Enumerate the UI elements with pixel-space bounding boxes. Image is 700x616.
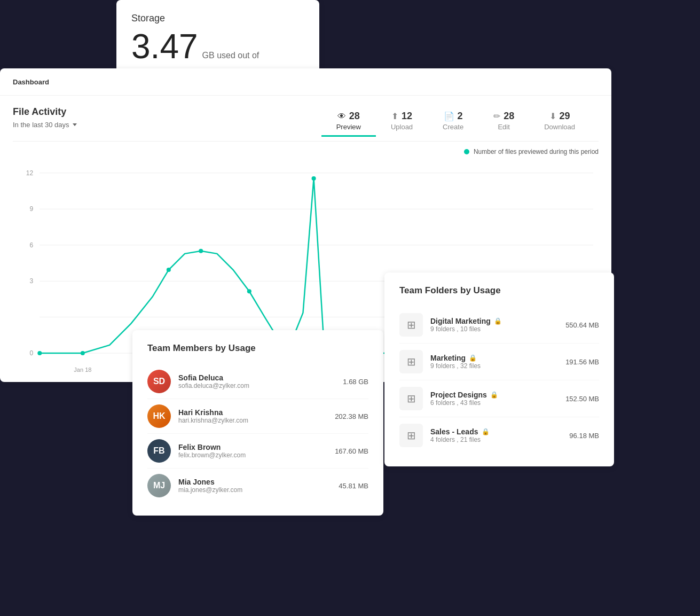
storage-unit: GB used out of [202, 51, 259, 60]
tab-create-label: Create [443, 123, 463, 131]
svg-point-18 [81, 351, 85, 355]
member-avatar: MJ [147, 474, 171, 497]
svg-point-19 [167, 268, 171, 272]
svg-text:Jan 18: Jan 18 [74, 367, 91, 373]
folder-row: ⊞ Project Designs 🔒 6 folders , 43 files… [399, 380, 599, 417]
member-row: FB Felix Brown felix.brown@zylker.com 16… [147, 434, 368, 469]
member-email: felix.brown@zylker.com [178, 451, 327, 459]
folder-row: ⊞ Digital Marketing 🔒 9 folders , 10 fil… [399, 307, 599, 344]
file-activity-left: File Activity In the last 30 days [13, 106, 141, 137]
tab-edit-icon: ✏ [493, 111, 500, 121]
tab-preview-icon: 👁 [337, 112, 346, 121]
activity-tabs: 👁 28 Preview ⬆ 12 Upload 📄 2 Create ✏ 28… [141, 106, 599, 137]
svg-text:9: 9 [30, 205, 34, 213]
tab-download-label: Download [544, 123, 575, 131]
tab-preview-label: Preview [336, 123, 361, 131]
file-activity-section: File Activity In the last 30 days 👁 28 P… [0, 96, 611, 137]
folder-size: 191.56 MB [565, 358, 599, 366]
folder-name: Marketing [430, 354, 466, 362]
folder-size: 550.64 MB [565, 321, 599, 329]
team-members-panel: Team Members by Usage SD Sofia Deluca so… [132, 330, 383, 516]
svg-point-17 [37, 351, 42, 355]
dashboard-header: Dashboard [0, 68, 611, 96]
tab-upload-count: 12 [402, 111, 412, 122]
folder-icon-box: ⊞ [399, 313, 423, 337]
member-usage: 1.68 GB [343, 378, 368, 386]
folder-meta: 9 folders , 10 files [430, 325, 558, 333]
folder-meta: 9 folders , 32 files [430, 362, 558, 370]
tab-preview-count: 28 [349, 111, 360, 122]
folder-info: Digital Marketing 🔒 9 folders , 10 files [430, 317, 558, 333]
svg-point-20 [199, 249, 203, 253]
member-avatar: SD [147, 370, 171, 393]
member-email: mia.jones@zylker.com [178, 486, 331, 494]
tab-download[interactable]: ⬇ 29 Download [529, 106, 590, 137]
member-name: Felix Brown [178, 443, 327, 451]
tab-edit-count: 28 [504, 111, 514, 122]
member-usage: 202.38 MB [335, 412, 368, 420]
team-folders-title: Team Folders by Usage [399, 285, 599, 296]
svg-text:0: 0 [30, 349, 34, 357]
folder-icon-box: ⊞ [399, 387, 423, 410]
member-email: hari.krishna@zylker.com [178, 417, 327, 424]
tab-create-count: 2 [458, 111, 463, 122]
svg-point-21 [247, 289, 251, 293]
folder-name: Sales - Leads [430, 427, 478, 436]
lock-icon: 🔒 [490, 391, 498, 399]
member-row: MJ Mia Jones mia.jones@zylker.com 45.81 … [147, 469, 368, 503]
member-email: sofia.deluca@zylker.com [178, 382, 335, 389]
tab-download-icon: ⬇ [549, 111, 556, 121]
folder-size: 152.50 MB [565, 395, 599, 403]
legend-dot [464, 149, 469, 154]
folder-icon: ⊞ [407, 318, 416, 331]
folder-row: ⊞ Sales - Leads 🔒 4 folders , 21 files 9… [399, 417, 599, 454]
storage-value: 3.47 [131, 29, 198, 64]
legend-label: Number of files previewed during this pe… [474, 148, 599, 155]
svg-text:3: 3 [30, 277, 34, 285]
tab-download-count: 29 [560, 111, 570, 122]
tab-upload[interactable]: ⬆ 12 Upload [376, 106, 428, 137]
member-avatar: FB [147, 439, 171, 463]
file-activity-subtitle[interactable]: In the last 30 days [13, 121, 141, 129]
folder-icon-box: ⊞ [399, 424, 423, 447]
svg-text:12: 12 [26, 169, 34, 177]
folder-size: 96.18 MB [569, 432, 599, 440]
member-name: Hari Krishna [178, 408, 327, 417]
folder-info: Marketing 🔒 9 folders , 32 files [430, 354, 558, 370]
member-name: Mia Jones [178, 478, 331, 486]
tab-edit[interactable]: ✏ 28 Edit [478, 106, 529, 137]
member-row: HK Hari Krishna hari.krishna@zylker.com … [147, 399, 368, 434]
member-usage: 45.81 MB [339, 482, 368, 490]
folder-info: Project Designs 🔒 6 folders , 43 files [430, 391, 558, 407]
member-usage: 167.60 MB [335, 447, 368, 455]
lock-icon: 🔒 [482, 428, 490, 435]
tab-create-icon: 📄 [444, 111, 454, 121]
folder-row: ⊞ Marketing 🔒 9 folders , 32 files 191.5… [399, 344, 599, 380]
tab-upload-label: Upload [391, 123, 413, 131]
members-list: SD Sofia Deluca sofia.deluca@zylker.com … [147, 364, 368, 503]
team-folders-panel: Team Folders by Usage ⊞ Digital Marketin… [384, 272, 614, 466]
folder-meta: 4 folders , 21 files [430, 436, 562, 443]
folder-icon-box: ⊞ [399, 350, 423, 373]
member-info: Felix Brown felix.brown@zylker.com [178, 443, 327, 459]
tab-create[interactable]: 📄 2 Create [428, 106, 478, 137]
folder-name: Project Designs [430, 391, 487, 399]
tab-preview[interactable]: 👁 28 Preview [321, 106, 376, 137]
folder-icon: ⊞ [407, 429, 416, 442]
chevron-down-icon [73, 123, 77, 126]
member-info: Mia Jones mia.jones@zylker.com [178, 478, 331, 494]
folder-meta: 6 folders , 43 files [430, 399, 558, 407]
folders-list: ⊞ Digital Marketing 🔒 9 folders , 10 fil… [399, 307, 599, 454]
dashboard-nav-label: Dashboard [13, 78, 49, 86]
lock-icon: 🔒 [469, 354, 477, 362]
chart-legend: Number of files previewed during this pe… [0, 142, 611, 158]
storage-title: Storage [131, 13, 304, 24]
tab-upload-icon: ⬆ [391, 111, 398, 121]
folder-info: Sales - Leads 🔒 4 folders , 21 files [430, 427, 562, 443]
folder-icon: ⊞ [407, 355, 416, 368]
svg-point-22 [312, 176, 316, 181]
lock-icon: 🔒 [494, 317, 502, 325]
member-avatar: HK [147, 404, 171, 428]
member-info: Hari Krishna hari.krishna@zylker.com [178, 408, 327, 424]
folder-name: Digital Marketing [430, 317, 491, 325]
